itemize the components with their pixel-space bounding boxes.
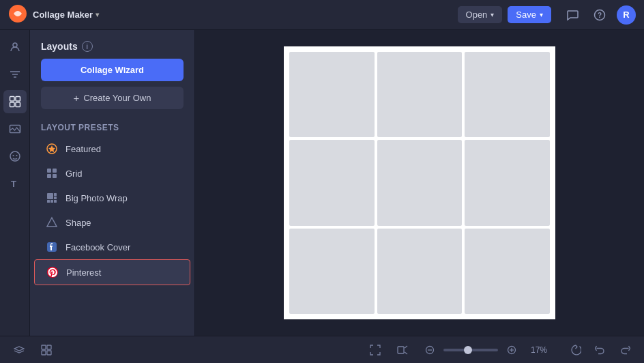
preset-label-big-photo-wrap: Big Photo Wrap	[65, 193, 128, 203]
svg-rect-7	[10, 97, 14, 102]
layout-presets-title: Layout Presets	[30, 115, 194, 136]
svg-rect-9	[10, 102, 14, 107]
panel-header: Layouts i Collage Wizard + Create Your O…	[30, 30, 194, 115]
svg-rect-10	[16, 102, 20, 107]
sidebar-people-icon-btn[interactable]	[3, 35, 27, 59]
svg-marker-17	[48, 145, 55, 152]
canvas-area	[195, 30, 644, 336]
svg-text:?: ?	[598, 12, 602, 19]
collage-cell	[377, 52, 463, 137]
svg-point-14	[16, 155, 17, 156]
collage-wizard-button[interactable]: Collage Wizard	[41, 59, 184, 81]
user-avatar[interactable]: R	[617, 5, 636, 25]
zoom-slider-thumb[interactable]	[464, 346, 472, 354]
svg-rect-23	[54, 193, 57, 196]
collage-cell	[289, 229, 375, 314]
zoom-controls: 17%	[420, 340, 547, 360]
svg-text:T: T	[11, 179, 16, 189]
svg-rect-19	[53, 169, 57, 173]
help-icon-btn[interactable]: ?	[589, 5, 610, 25]
layouts-info-icon[interactable]: i	[82, 41, 93, 52]
svg-rect-32	[42, 351, 46, 355]
open-chevron-icon: ▾	[491, 11, 494, 18]
left-panel: Layouts i Collage Wizard + Create Your O…	[30, 30, 195, 336]
svg-rect-20	[47, 174, 51, 178]
resize-icon-btn[interactable]	[393, 340, 412, 360]
zoom-percent-label: 17%	[525, 345, 547, 355]
collage-cell	[377, 229, 463, 314]
svg-rect-22	[47, 193, 53, 199]
plus-icon: +	[74, 93, 80, 103]
grid_special-icon	[45, 191, 59, 205]
collage-cell	[289, 52, 375, 137]
bottombar: 17%	[0, 336, 644, 363]
pinterest-icon	[46, 265, 59, 279]
zoom-in-icon-btn[interactable]	[502, 340, 521, 360]
shape-icon	[45, 216, 59, 229]
preset-item-facebook-cover[interactable]: Facebook Cover	[34, 235, 190, 259]
collage-cell	[465, 52, 550, 137]
fit-view-icon-btn[interactable]	[366, 340, 385, 360]
preset-item-pinterest[interactable]: Pinterest	[34, 259, 190, 285]
preset-item-featured[interactable]: Featured	[34, 136, 190, 161]
app-logo	[8, 4, 33, 26]
sidebar-stickers-icon-btn[interactable]	[3, 145, 27, 168]
collage-cell	[465, 229, 550, 314]
svg-point-3	[13, 43, 17, 47]
svg-rect-34	[398, 347, 404, 353]
preset-label-featured: Featured	[65, 144, 101, 154]
refresh-icon-btn[interactable]	[566, 340, 585, 360]
sidebar-images-icon-btn[interactable]	[3, 117, 27, 141]
layers-icon-btn[interactable]	[10, 340, 29, 360]
sidebar-text-icon-btn[interactable]: T	[3, 172, 27, 195]
undo-icon-btn[interactable]	[591, 340, 610, 360]
zoom-slider-track[interactable]	[443, 349, 498, 351]
svg-rect-18	[47, 169, 51, 173]
grid4-icon	[45, 166, 59, 180]
collage-cell	[377, 140, 463, 225]
preset-label-shape: Shape	[65, 218, 91, 228]
preset-item-shape[interactable]: Shape	[34, 210, 190, 235]
svg-rect-26	[50, 200, 53, 203]
open-button[interactable]: Open ▾	[458, 6, 503, 23]
redo-icon-btn[interactable]	[615, 340, 634, 360]
svg-rect-30	[42, 345, 46, 349]
create-own-button[interactable]: + Create Your Own	[41, 87, 184, 109]
preset-label-pinterest: Pinterest	[66, 267, 101, 278]
preset-label-facebook-cover: Facebook Cover	[65, 242, 130, 252]
svg-rect-33	[47, 351, 51, 355]
facebook-icon	[45, 240, 59, 254]
sidebar-layout-icon-btn[interactable]	[3, 90, 27, 113]
app-name-btn[interactable]: Collage Maker ▾	[33, 10, 99, 20]
svg-rect-24	[54, 197, 57, 199]
collage-canvas	[284, 46, 555, 319]
grid-view-icon-btn[interactable]	[37, 340, 56, 360]
preset-label-grid: Grid	[65, 169, 83, 179]
svg-rect-8	[16, 97, 20, 102]
collage-cell	[289, 140, 375, 225]
zoom-out-icon-btn[interactable]	[420, 340, 439, 360]
bottombar-right	[566, 340, 634, 360]
svg-point-12	[10, 151, 20, 161]
preset-list: Featured Grid Big Photo Wrap Shape Faceb…	[30, 136, 194, 285]
chat-icon-btn[interactable]	[562, 5, 583, 25]
icon-sidebar: T	[0, 30, 30, 336]
star-icon	[45, 142, 59, 156]
save-button[interactable]: Save ▾	[508, 6, 551, 23]
layouts-title: Layouts i	[41, 41, 184, 52]
svg-rect-21	[53, 174, 57, 178]
sidebar-filter-icon-btn[interactable]	[3, 63, 27, 86]
main: T Layouts i Collage Wizard + Create Your…	[0, 30, 644, 336]
topbar-actions: ? R	[562, 5, 636, 25]
save-chevron-icon: ▾	[540, 11, 543, 18]
svg-rect-27	[54, 200, 57, 203]
svg-point-13	[12, 155, 14, 156]
svg-rect-25	[47, 200, 50, 203]
preset-item-big-photo-wrap[interactable]: Big Photo Wrap	[34, 186, 190, 210]
svg-rect-31	[47, 345, 51, 349]
topbar: Collage Maker ▾ Open ▾ Save ▾ ? R	[0, 0, 644, 30]
app-name-label: Collage Maker	[33, 10, 93, 20]
preset-item-grid[interactable]: Grid	[34, 161, 190, 186]
app-name-chevron-icon: ▾	[96, 11, 99, 18]
collage-cell	[465, 140, 550, 225]
